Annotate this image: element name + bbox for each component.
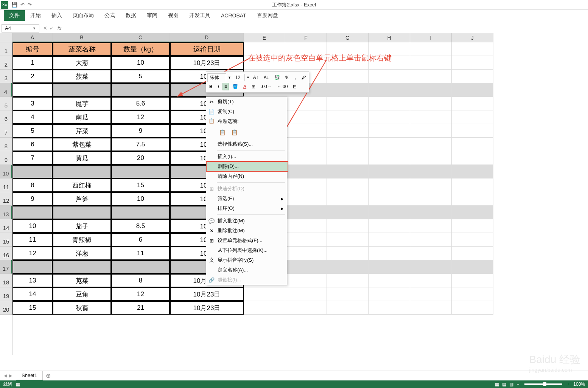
zoom-level[interactable]: 100% (573, 382, 585, 387)
row-header-14[interactable]: 14 (0, 219, 12, 233)
cell[interactable] (327, 287, 369, 301)
cell[interactable] (53, 260, 111, 274)
cell[interactable]: 15 (111, 178, 170, 192)
cell[interactable]: 芦笋 (53, 192, 111, 206)
name-box[interactable]: A4▼ (2, 24, 39, 33)
tab-2[interactable]: 页面布局 (67, 10, 99, 21)
cell[interactable]: 11 (12, 233, 53, 247)
decrease-decimal-icon[interactable]: ←.00 (275, 83, 290, 90)
paste-button[interactable]: 📋 (218, 128, 227, 137)
cell[interactable] (285, 151, 327, 165)
col-header-B[interactable]: B (53, 33, 111, 42)
cell[interactable] (410, 260, 452, 274)
cell[interactable] (285, 97, 327, 110)
cell[interactable] (452, 124, 493, 138)
cell[interactable] (111, 260, 170, 274)
normal-view-icon[interactable]: ▦ (495, 382, 499, 387)
row-header-11[interactable]: 11 (0, 178, 12, 192)
cell[interactable] (327, 83, 369, 97)
zoom-in-icon[interactable]: + (568, 382, 570, 387)
cell[interactable] (53, 165, 111, 178)
cell[interactable]: 青辣椒 (53, 233, 111, 247)
cell[interactable] (285, 178, 327, 192)
accounting-format-icon[interactable]: 💱 (272, 74, 282, 81)
sheet-nav-prev-icon[interactable]: ◀ (4, 373, 7, 378)
col-header-J[interactable]: J (452, 33, 493, 42)
cell[interactable] (369, 287, 410, 301)
cell[interactable] (410, 70, 452, 83)
bold-icon[interactable]: B (207, 83, 215, 90)
tab-8[interactable]: ACROBAT (216, 11, 252, 20)
col-header-A[interactable]: A (12, 33, 53, 42)
cell[interactable]: 12 (111, 287, 170, 301)
cell[interactable] (285, 165, 327, 178)
table-header[interactable]: 蔬菜名称 (53, 42, 111, 56)
cell[interactable] (285, 110, 327, 124)
cell[interactable]: 2 (12, 70, 53, 83)
page-layout-icon[interactable]: ▤ (502, 382, 506, 387)
font-selector[interactable]: 宋体 (207, 73, 226, 82)
cell[interactable] (369, 206, 410, 219)
cell[interactable] (369, 151, 410, 165)
cell[interactable]: 豆角 (53, 287, 111, 301)
cell[interactable] (327, 165, 369, 178)
cell[interactable]: 3 (12, 97, 53, 110)
comma-icon[interactable]: , (293, 74, 298, 81)
cell[interactable] (452, 206, 493, 219)
font-color-icon[interactable]: A (241, 83, 248, 90)
cell[interactable] (410, 233, 452, 247)
cell[interactable] (327, 219, 369, 233)
cell[interactable] (452, 97, 493, 110)
menu-cut[interactable]: ✂剪切(T) (206, 97, 287, 107)
cell[interactable] (452, 70, 493, 83)
cell[interactable] (452, 192, 493, 206)
menu-phonetic[interactable]: 文显示拼音字段(S) (206, 255, 287, 265)
cell[interactable]: 7 (12, 151, 53, 165)
row-header-3[interactable]: 3 (0, 70, 12, 83)
cell[interactable] (452, 42, 493, 56)
cell[interactable] (285, 124, 327, 138)
increase-font-icon[interactable]: A↑ (251, 74, 260, 81)
cell[interactable] (410, 247, 452, 260)
cell[interactable] (452, 287, 493, 301)
cell[interactable] (369, 178, 410, 192)
cell[interactable] (452, 165, 493, 178)
zoom-out-icon[interactable]: − (516, 382, 519, 387)
save-button[interactable]: 💾 (11, 2, 17, 8)
tab-1[interactable]: 插入 (46, 10, 67, 21)
row-header-18[interactable]: 18 (0, 274, 12, 287)
cell[interactable]: 8 (111, 274, 170, 287)
cell[interactable] (410, 287, 452, 301)
tab-9[interactable]: 百度网盘 (252, 10, 283, 21)
accept-icon[interactable]: ✓ (50, 25, 54, 31)
cell[interactable]: 黄瓜 (53, 151, 111, 165)
cell[interactable]: 21 (111, 301, 170, 315)
cell[interactable]: 7.5 (111, 138, 170, 151)
cell[interactable] (285, 138, 327, 151)
row-header-1[interactable]: 1 (0, 42, 12, 56)
cell[interactable]: 秋葵 (53, 301, 111, 315)
cell[interactable]: 洋葱 (53, 247, 111, 260)
paste-values-button[interactable]: 📋 (230, 128, 239, 137)
cell[interactable]: 5 (111, 70, 170, 83)
borders-icon[interactable]: ⊞ (250, 83, 257, 90)
cell[interactable] (452, 56, 493, 70)
cell[interactable] (369, 219, 410, 233)
cell[interactable]: 15 (12, 301, 53, 315)
cell[interactable] (111, 165, 170, 178)
table-header[interactable]: 数量（kg） (111, 42, 170, 56)
row-header-5[interactable]: 5 (0, 97, 12, 110)
cell[interactable] (369, 260, 410, 274)
cell[interactable]: 4 (12, 110, 53, 124)
cell[interactable] (410, 219, 452, 233)
cell[interactable] (452, 151, 493, 165)
cell[interactable] (12, 83, 53, 97)
cell[interactable] (410, 274, 452, 287)
row-header-8[interactable]: 8 (0, 138, 12, 151)
tab-5[interactable]: 审阅 (142, 10, 163, 21)
cell[interactable] (452, 138, 493, 151)
cancel-icon[interactable]: ✕ (43, 25, 47, 31)
menu-delete[interactable]: 删除(D)... (206, 161, 288, 172)
align-center-icon[interactable]: ≡ (222, 83, 229, 90)
cell[interactable] (327, 260, 369, 274)
